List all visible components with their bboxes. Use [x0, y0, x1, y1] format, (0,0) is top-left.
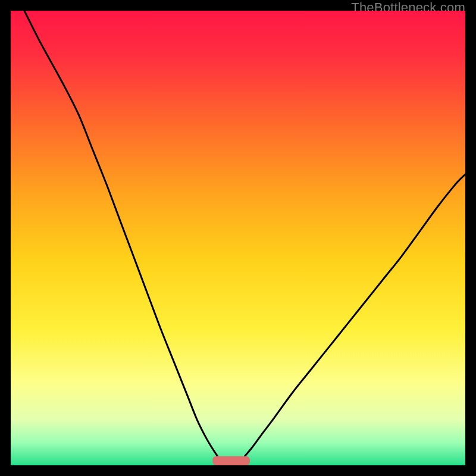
chart-frame	[11, 11, 465, 465]
bottleneck-chart	[11, 11, 465, 465]
chart-background	[11, 11, 465, 465]
optimal-marker	[212, 456, 250, 465]
